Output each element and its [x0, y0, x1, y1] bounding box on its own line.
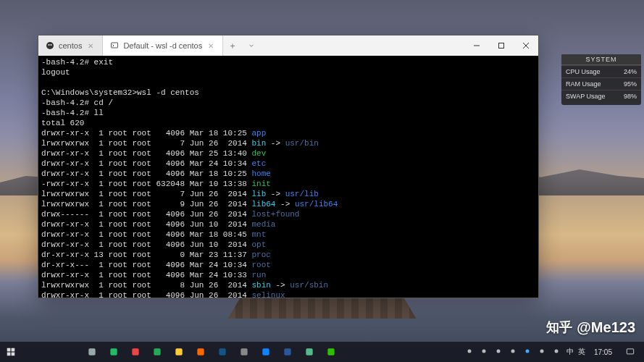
- tray-wifi-icon[interactable]: [552, 347, 562, 357]
- svg-point-27: [511, 350, 514, 353]
- terminal-icon: [110, 41, 119, 50]
- metric-value: 95%: [624, 80, 637, 88]
- ls-row: lrwxrwxrwx 1 root root 9 Jun 26 2014 lib…: [41, 199, 535, 209]
- tray-chevron-up-icon[interactable]: [465, 347, 475, 357]
- tray-battery-icon[interactable]: [480, 347, 490, 357]
- new-tab-button[interactable]: ＋: [223, 35, 242, 56]
- svg-rect-10: [7, 353, 11, 356]
- svg-rect-11: [12, 353, 15, 356]
- start-button[interactable]: [1, 342, 20, 362]
- taskbar-app-task-view[interactable]: [83, 342, 101, 362]
- tray-apps-icon[interactable]: [494, 347, 504, 357]
- taskbar-app-monitor[interactable]: [300, 342, 319, 362]
- ls-row: -rwxr-xr-x 1 root root 632048 Mar 10 13:…: [41, 179, 535, 189]
- tab-label: centos: [59, 41, 82, 50]
- maximize-button[interactable]: [489, 35, 514, 56]
- svg-point-24: [467, 350, 471, 353]
- ls-row: lrwxrwxrwx 1 root root 8 Jun 26 2014 sbi…: [41, 280, 535, 290]
- svg-rect-23: [327, 348, 334, 355]
- taskbar-app-word[interactable]: [278, 342, 297, 362]
- taskbar-app-settings[interactable]: [235, 342, 254, 362]
- svg-rect-13: [110, 348, 117, 355]
- ls-row: lrwxrwxrwx 1 root root 7 Jun 26 2014 bin…: [41, 138, 535, 148]
- ls-row: drwxr-xr-x 1 root root 4096 Mar 24 10:33…: [41, 270, 535, 280]
- terminal-line: logout: [41, 67, 535, 77]
- svg-rect-9: [12, 348, 15, 352]
- sysmon-title: SYSTEM: [561, 54, 641, 65]
- ls-row: dr-xr-xr-x 13 root root 0 Mar 23 11:37 p…: [41, 250, 535, 260]
- minimize-button[interactable]: [464, 35, 489, 56]
- system-monitor-widget: SYSTEM CPU Usage24%RAM Usage95%SWAP Usag…: [561, 54, 641, 105]
- linux-icon: [46, 41, 54, 50]
- taskbar-clock[interactable]: 17:05: [590, 348, 616, 356]
- svg-point-0: [46, 42, 54, 49]
- svg-point-30: [554, 350, 558, 353]
- taskbar-app-windows-terminal[interactable]: [213, 342, 232, 362]
- tray-bluetooth-icon[interactable]: [523, 347, 533, 357]
- ls-row: drwxr-xr-x 1 root root 4096 Jun 26 2014 …: [41, 290, 535, 298]
- svg-rect-22: [306, 348, 312, 355]
- svg-point-1: [49, 44, 50, 46]
- watermark: 知乎 @Me123: [546, 319, 635, 336]
- tab-centos[interactable]: centos ✕: [38, 35, 103, 56]
- ls-row: lrwxrwxrwx 1 root root 7 Jun 26 2014 lib…: [41, 189, 535, 199]
- taskbar-app-files[interactable]: [170, 342, 188, 362]
- svg-rect-31: [627, 349, 633, 354]
- ime-mode[interactable]: 英: [578, 347, 585, 357]
- svg-rect-17: [197, 348, 204, 355]
- close-icon[interactable]: ✕: [86, 42, 95, 50]
- svg-point-29: [540, 350, 543, 353]
- ls-row: drwxr-xr-x 1 root root 4096 Jun 10 2014 …: [41, 219, 535, 230]
- close-button[interactable]: [514, 35, 538, 56]
- svg-rect-21: [284, 348, 290, 355]
- ime-language[interactable]: 中: [566, 347, 574, 357]
- titlebar: centos ✕ Default - wsl -d centos ✕ ＋: [38, 35, 538, 56]
- watermark-site: 知乎: [546, 319, 572, 336]
- metric-label: RAM Usage: [566, 80, 601, 88]
- svg-rect-18: [219, 348, 225, 355]
- taskbar-app-vscode[interactable]: [256, 342, 275, 362]
- terminal-output[interactable]: -bash-4.2# exitlogout C:\Windows\system3…: [38, 56, 538, 298]
- ls-row: drwxr-xr-x 1 root root 4096 Mar 18 10:25…: [41, 128, 535, 138]
- terminal-window: centos ✕ Default - wsl -d centos ✕ ＋: [38, 35, 539, 298]
- close-icon[interactable]: ✕: [206, 42, 215, 50]
- tray-volume-icon[interactable]: [538, 347, 548, 357]
- tray-download-icon[interactable]: [509, 347, 519, 357]
- notifications-button[interactable]: [621, 342, 640, 362]
- sysmon-metric: SWAP Usage98%: [561, 90, 641, 102]
- tab-default-wsl[interactable]: Default - wsl -d centos ✕: [103, 35, 223, 56]
- taskbar-app-terminal[interactable]: [104, 342, 123, 362]
- svg-rect-14: [132, 348, 138, 355]
- taskbar-app-firefox[interactable]: [191, 342, 210, 362]
- taskbar-app-wechat[interactable]: [322, 342, 340, 362]
- ls-row: drwx------ 1 root root 4096 Jun 26 2014 …: [41, 209, 535, 219]
- svg-point-26: [496, 350, 500, 353]
- terminal-line: total 620: [41, 118, 535, 128]
- svg-rect-15: [154, 348, 160, 355]
- terminal-line: -bash-4.2# ll: [41, 108, 535, 118]
- ls-row: drwxr-xr-x 1 root root 4096 Mar 18 08:45…: [41, 230, 535, 240]
- taskbar-app-chrome[interactable]: [126, 342, 145, 362]
- terminal-line: C:\Windows\system32>wsl -d centos: [41, 88, 535, 98]
- sysmon-metric: CPU Usage24%: [561, 65, 641, 77]
- terminal-line: -bash-4.2# cd /: [41, 98, 535, 108]
- metric-label: SWAP Usage: [566, 93, 606, 100]
- svg-rect-12: [88, 348, 95, 355]
- watermark-user: @Me123: [577, 319, 635, 336]
- terminal-line: -bash-4.2# exit: [41, 57, 535, 67]
- ls-row: drwxr-xr-x 1 root root 4096 Jun 10 2014 …: [41, 240, 535, 250]
- ls-row: dr-xr-x--- 1 root root 4096 Mar 24 10:34…: [41, 260, 535, 270]
- metric-value: 98%: [624, 93, 637, 100]
- taskbar-app-xbox[interactable]: [148, 342, 167, 362]
- metric-value: 24%: [624, 68, 637, 75]
- svg-point-2: [51, 44, 52, 46]
- desktop: centos ✕ Default - wsl -d centos ✕ ＋: [0, 0, 644, 362]
- svg-rect-16: [175, 348, 182, 355]
- ls-row: drwxr-xr-x 1 root root 4096 Mar 24 10:34…: [41, 159, 535, 169]
- tab-label: Default - wsl -d centos: [123, 41, 202, 50]
- svg-rect-3: [112, 43, 118, 48]
- taskbar: 中 英 17:05: [0, 342, 644, 362]
- tab-dropdown[interactable]: [242, 35, 261, 56]
- svg-rect-5: [499, 43, 504, 49]
- ls-row: drwxr-xr-x 1 root root 4096 Mar 18 10:25…: [41, 169, 535, 179]
